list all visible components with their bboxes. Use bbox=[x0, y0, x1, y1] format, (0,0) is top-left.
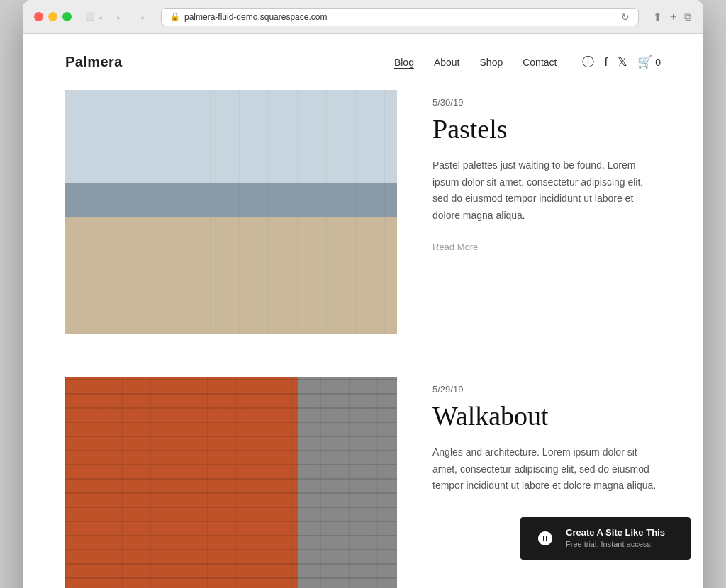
nav-about[interactable]: About bbox=[434, 57, 460, 68]
squarespace-banner-subtitle: Free trial. Instant access. bbox=[566, 539, 676, 550]
post-meta-walkabout: 5/29/19 Walkabout Angles and architectur… bbox=[432, 377, 661, 510]
tabs-button[interactable]: ⧉ bbox=[684, 11, 692, 23]
nav-contact[interactable]: Contact bbox=[523, 57, 557, 68]
share-button[interactable]: ⬆ bbox=[653, 11, 662, 23]
squarespace-logo bbox=[535, 528, 556, 549]
read-more-pastels[interactable]: Read More bbox=[432, 242, 478, 252]
instagram-icon[interactable]: ⓘ bbox=[582, 54, 594, 70]
squarespace-banner-title: Create A Site Like This bbox=[566, 527, 676, 539]
traffic-lights bbox=[34, 12, 72, 21]
blog-post-pastels: 5/30/19 Pastels Pastel palettes just wai… bbox=[65, 90, 661, 334]
site-logo[interactable]: Palmera bbox=[65, 54, 123, 70]
cart-button[interactable]: 🛒 0 bbox=[637, 55, 661, 69]
post-meta-pastels: 5/30/19 Pastels Pastel palettes just wai… bbox=[432, 90, 661, 253]
lock-icon: 🔒 bbox=[170, 12, 180, 21]
reload-button[interactable]: ↻ bbox=[621, 11, 630, 23]
browser-chrome: ⬜ ⌄ ‹ › 🔒 palmera-fluid-demo.squarespace… bbox=[23, 0, 703, 34]
sidebar-toggle-button[interactable]: ⬜ ⌄ bbox=[84, 9, 104, 25]
website-content: Palmera Blog About Shop Contact ⓘ f 𝕏 🛒 … bbox=[23, 34, 703, 588]
post-excerpt-pastels: Pastel palettes just waiting to be found… bbox=[432, 157, 661, 225]
site-nav: Palmera Blog About Shop Contact ⓘ f 𝕏 🛒 … bbox=[23, 34, 703, 90]
nav-icons: ⓘ f 𝕏 🛒 0 bbox=[582, 54, 661, 70]
browser-controls: ⬜ ⌄ ‹ › bbox=[84, 9, 152, 25]
twitter-icon[interactable]: 𝕏 bbox=[618, 55, 627, 69]
post-date-pastels: 5/30/19 bbox=[432, 97, 661, 108]
close-button[interactable] bbox=[34, 12, 43, 21]
cart-count: 0 bbox=[655, 57, 661, 68]
post-date-walkabout: 5/29/19 bbox=[432, 384, 661, 395]
nav-blog[interactable]: Blog bbox=[394, 57, 414, 68]
url-text: palmera-fluid-demo.squarespace.com bbox=[184, 12, 327, 22]
post-image-pastels[interactable] bbox=[65, 90, 397, 334]
facebook-icon[interactable]: f bbox=[604, 55, 608, 69]
minimize-button[interactable] bbox=[48, 12, 57, 21]
back-button[interactable]: ‹ bbox=[108, 9, 128, 25]
blog-content: 5/30/19 Pastels Pastel palettes just wai… bbox=[23, 90, 703, 588]
squarespace-banner[interactable]: Create A Site Like This Free trial. Inst… bbox=[520, 517, 691, 560]
squarespace-banner-text: Create A Site Like This Free trial. Inst… bbox=[566, 527, 676, 550]
cart-icon: 🛒 bbox=[637, 55, 652, 69]
post-excerpt-walkabout: Angles and architecture. Lorem ipsum dol… bbox=[432, 444, 661, 494]
url-bar[interactable]: 🔒 palmera-fluid-demo.squarespace.com ↻ bbox=[161, 8, 639, 26]
nav-shop[interactable]: Shop bbox=[480, 57, 503, 68]
post-title-pastels[interactable]: Pastels bbox=[432, 115, 661, 145]
post-title-walkabout[interactable]: Walkabout bbox=[432, 402, 661, 431]
nav-links: Blog About Shop Contact ⓘ f 𝕏 🛒 0 bbox=[394, 54, 661, 70]
browser-actions: ⬆ ＋ ⧉ bbox=[653, 10, 692, 23]
maximize-button[interactable] bbox=[62, 12, 72, 21]
forward-button[interactable]: › bbox=[133, 9, 152, 25]
browser-window: ⬜ ⌄ ‹ › 🔒 palmera-fluid-demo.squarespace… bbox=[23, 0, 703, 588]
new-tab-button[interactable]: ＋ bbox=[668, 10, 678, 23]
post-image-walkabout[interactable] bbox=[65, 377, 397, 588]
